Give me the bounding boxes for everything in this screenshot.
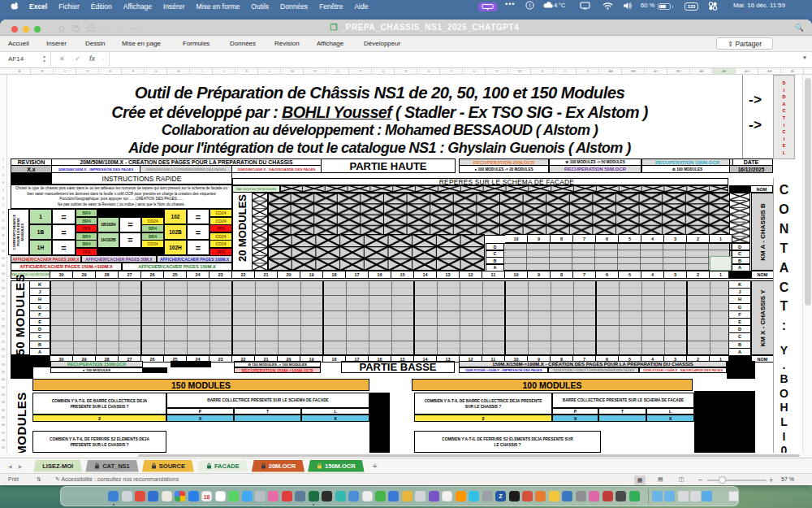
- svg-text:i: i: [529, 2, 531, 9]
